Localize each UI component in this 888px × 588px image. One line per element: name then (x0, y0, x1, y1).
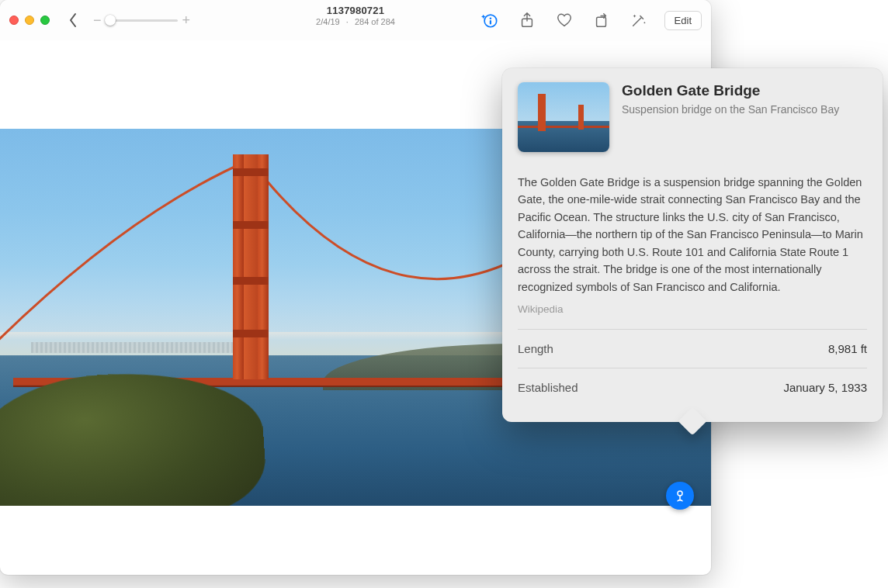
info-popover: Golden Gate Bridge Suspension bridge on … (502, 68, 883, 422)
back-button[interactable] (62, 9, 84, 31)
popover-row-key: Established (518, 381, 578, 394)
minimize-window-button[interactable] (25, 16, 34, 25)
titlebar: − + 1137980721 2/4/19 · 284 of 284 (0, 0, 711, 40)
chevron-left-icon (67, 12, 79, 28)
zoom-knob[interactable] (105, 15, 116, 26)
svg-rect-2 (489, 20, 491, 25)
window-controls (9, 16, 50, 25)
photo-date: 2/4/19 (316, 17, 340, 26)
popover-row-established: Established January 5, 1933 (518, 368, 867, 406)
location-pin-icon (673, 489, 687, 503)
zoom-in-icon[interactable]: + (182, 12, 191, 29)
popover-title: Golden Gate Bridge (622, 82, 839, 99)
rotate-button[interactable] (590, 9, 613, 32)
share-icon (519, 12, 536, 29)
zoom-track[interactable] (106, 19, 178, 22)
popover-row-key: Length (518, 342, 553, 355)
share-button[interactable] (515, 9, 539, 32)
popover-row-length: Length 8,981 ft (518, 330, 867, 368)
popover-subtitle: Suspension bridge on the San Francisco B… (622, 102, 839, 117)
popover-title-block: Golden Gate Bridge Suspension bridge on … (622, 82, 839, 152)
location-badge[interactable] (666, 482, 694, 510)
toolbar-right: Edit (478, 9, 702, 32)
popover-thumbnail (518, 82, 609, 152)
info-button[interactable] (478, 9, 501, 32)
enhance-button[interactable] (627, 9, 650, 32)
heart-icon (556, 12, 573, 29)
popover-source: Wikipedia (518, 303, 867, 315)
photo-counter: 284 of 284 (355, 17, 395, 26)
svg-rect-4 (596, 17, 605, 26)
close-window-button[interactable] (9, 16, 19, 25)
photo-skyline (31, 342, 233, 353)
svg-point-1 (489, 17, 491, 19)
popover-description: The Golden Gate Bridge is a suspension b… (518, 174, 867, 296)
rotate-icon (593, 12, 610, 29)
zoom-slider[interactable]: − + (93, 12, 190, 29)
popover-header: Golden Gate Bridge Suspension bridge on … (518, 82, 867, 152)
separator-dot: · (346, 17, 349, 26)
svg-point-5 (678, 491, 682, 496)
fullscreen-window-button[interactable] (40, 16, 50, 25)
edit-button[interactable]: Edit (664, 11, 702, 30)
popover-row-value: 8,981 ft (828, 342, 867, 355)
zoom-out-icon[interactable]: − (93, 12, 102, 29)
info-sparkle-icon (481, 12, 498, 29)
bridge-tower-near (233, 154, 269, 379)
popover-row-value: January 5, 1933 (783, 381, 867, 394)
magic-wand-icon (630, 12, 647, 29)
favorite-button[interactable] (553, 9, 576, 32)
